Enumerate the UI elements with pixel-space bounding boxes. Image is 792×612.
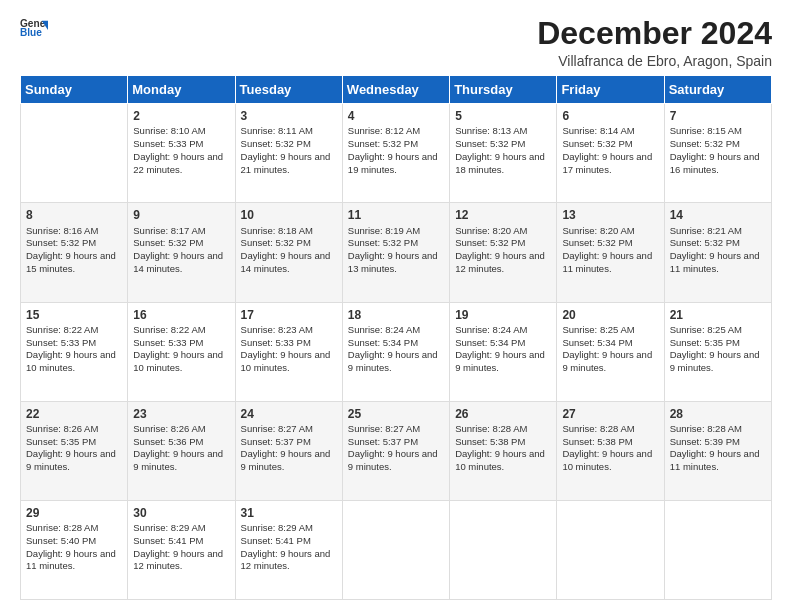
day-number: 23 (133, 406, 229, 422)
sunset-text: Sunset: 5:32 PM (562, 138, 632, 149)
day-number: 28 (670, 406, 766, 422)
sunrise-text: Sunrise: 8:12 AM (348, 125, 420, 136)
daylight-text: Daylight: 9 hours and 9 minutes. (348, 448, 438, 472)
sunrise-text: Sunrise: 8:25 AM (670, 324, 742, 335)
day-number: 9 (133, 207, 229, 223)
daylight-text: Daylight: 9 hours and 13 minutes. (348, 250, 438, 274)
calendar-cell: 11Sunrise: 8:19 AMSunset: 5:32 PMDayligh… (342, 203, 449, 302)
day-number: 10 (241, 207, 337, 223)
calendar-cell: 28Sunrise: 8:28 AMSunset: 5:39 PMDayligh… (664, 401, 771, 500)
calendar-cell: 23Sunrise: 8:26 AMSunset: 5:36 PMDayligh… (128, 401, 235, 500)
sunrise-text: Sunrise: 8:15 AM (670, 125, 742, 136)
calendar-cell: 8Sunrise: 8:16 AMSunset: 5:32 PMDaylight… (21, 203, 128, 302)
sunrise-text: Sunrise: 8:13 AM (455, 125, 527, 136)
sunrise-text: Sunrise: 8:26 AM (133, 423, 205, 434)
calendar-cell: 30Sunrise: 8:29 AMSunset: 5:41 PMDayligh… (128, 500, 235, 599)
sunset-text: Sunset: 5:34 PM (562, 337, 632, 348)
day-number: 4 (348, 108, 444, 124)
sunrise-text: Sunrise: 8:28 AM (562, 423, 634, 434)
calendar-cell: 7Sunrise: 8:15 AMSunset: 5:32 PMDaylight… (664, 104, 771, 203)
weekday-header: Friday (557, 76, 664, 104)
calendar-cell: 20Sunrise: 8:25 AMSunset: 5:34 PMDayligh… (557, 302, 664, 401)
main-title: December 2024 (537, 16, 772, 51)
daylight-text: Daylight: 9 hours and 12 minutes. (133, 548, 223, 572)
daylight-text: Daylight: 9 hours and 10 minutes. (26, 349, 116, 373)
calendar-cell: 27Sunrise: 8:28 AMSunset: 5:38 PMDayligh… (557, 401, 664, 500)
daylight-text: Daylight: 9 hours and 15 minutes. (26, 250, 116, 274)
day-number: 19 (455, 307, 551, 323)
day-number: 2 (133, 108, 229, 124)
day-number: 24 (241, 406, 337, 422)
header: General Blue December 2024 Villafranca d… (20, 16, 772, 69)
sunset-text: Sunset: 5:34 PM (348, 337, 418, 348)
weekday-header: Monday (128, 76, 235, 104)
calendar-row: 8Sunrise: 8:16 AMSunset: 5:32 PMDaylight… (21, 203, 772, 302)
calendar-cell: 14Sunrise: 8:21 AMSunset: 5:32 PMDayligh… (664, 203, 771, 302)
daylight-text: Daylight: 9 hours and 11 minutes. (562, 250, 652, 274)
day-number: 13 (562, 207, 658, 223)
sunset-text: Sunset: 5:32 PM (455, 138, 525, 149)
sunrise-text: Sunrise: 8:24 AM (455, 324, 527, 335)
day-number: 11 (348, 207, 444, 223)
calendar-cell: 12Sunrise: 8:20 AMSunset: 5:32 PMDayligh… (450, 203, 557, 302)
logo: General Blue (20, 16, 48, 44)
calendar-cell: 17Sunrise: 8:23 AMSunset: 5:33 PMDayligh… (235, 302, 342, 401)
sunset-text: Sunset: 5:35 PM (670, 337, 740, 348)
sunrise-text: Sunrise: 8:28 AM (670, 423, 742, 434)
calendar-cell (664, 500, 771, 599)
sunset-text: Sunset: 5:33 PM (241, 337, 311, 348)
sunrise-text: Sunrise: 8:28 AM (26, 522, 98, 533)
calendar-row: 2Sunrise: 8:10 AMSunset: 5:33 PMDaylight… (21, 104, 772, 203)
sunset-text: Sunset: 5:32 PM (26, 237, 96, 248)
calendar-row: 22Sunrise: 8:26 AMSunset: 5:35 PMDayligh… (21, 401, 772, 500)
sunset-text: Sunset: 5:35 PM (26, 436, 96, 447)
daylight-text: Daylight: 9 hours and 21 minutes. (241, 151, 331, 175)
sunset-text: Sunset: 5:39 PM (670, 436, 740, 447)
sunrise-text: Sunrise: 8:26 AM (26, 423, 98, 434)
calendar-cell: 10Sunrise: 8:18 AMSunset: 5:32 PMDayligh… (235, 203, 342, 302)
sunrise-text: Sunrise: 8:11 AM (241, 125, 313, 136)
daylight-text: Daylight: 9 hours and 9 minutes. (670, 349, 760, 373)
calendar-body: 2Sunrise: 8:10 AMSunset: 5:33 PMDaylight… (21, 104, 772, 600)
calendar-cell: 9Sunrise: 8:17 AMSunset: 5:32 PMDaylight… (128, 203, 235, 302)
calendar: SundayMondayTuesdayWednesdayThursdayFrid… (20, 75, 772, 600)
sunrise-text: Sunrise: 8:16 AM (26, 225, 98, 236)
day-number: 14 (670, 207, 766, 223)
sunset-text: Sunset: 5:32 PM (133, 237, 203, 248)
sunset-text: Sunset: 5:37 PM (348, 436, 418, 447)
calendar-cell: 2Sunrise: 8:10 AMSunset: 5:33 PMDaylight… (128, 104, 235, 203)
weekday-header: Wednesday (342, 76, 449, 104)
day-number: 18 (348, 307, 444, 323)
calendar-cell: 25Sunrise: 8:27 AMSunset: 5:37 PMDayligh… (342, 401, 449, 500)
daylight-text: Daylight: 9 hours and 14 minutes. (133, 250, 223, 274)
sunset-text: Sunset: 5:32 PM (241, 138, 311, 149)
daylight-text: Daylight: 9 hours and 9 minutes. (562, 349, 652, 373)
day-number: 25 (348, 406, 444, 422)
day-number: 6 (562, 108, 658, 124)
page: General Blue December 2024 Villafranca d… (0, 0, 792, 612)
day-number: 30 (133, 505, 229, 521)
weekday-header: Saturday (664, 76, 771, 104)
calendar-cell: 22Sunrise: 8:26 AMSunset: 5:35 PMDayligh… (21, 401, 128, 500)
daylight-text: Daylight: 9 hours and 22 minutes. (133, 151, 223, 175)
sunrise-text: Sunrise: 8:19 AM (348, 225, 420, 236)
daylight-text: Daylight: 9 hours and 14 minutes. (241, 250, 331, 274)
sunset-text: Sunset: 5:32 PM (562, 237, 632, 248)
sunrise-text: Sunrise: 8:28 AM (455, 423, 527, 434)
title-block: December 2024 Villafranca de Ebro, Arago… (537, 16, 772, 69)
sunrise-text: Sunrise: 8:27 AM (241, 423, 313, 434)
day-number: 16 (133, 307, 229, 323)
day-number: 3 (241, 108, 337, 124)
daylight-text: Daylight: 9 hours and 12 minutes. (241, 548, 331, 572)
sunset-text: Sunset: 5:32 PM (241, 237, 311, 248)
day-number: 5 (455, 108, 551, 124)
sunrise-text: Sunrise: 8:24 AM (348, 324, 420, 335)
daylight-text: Daylight: 9 hours and 19 minutes. (348, 151, 438, 175)
calendar-cell: 24Sunrise: 8:27 AMSunset: 5:37 PMDayligh… (235, 401, 342, 500)
sunset-text: Sunset: 5:36 PM (133, 436, 203, 447)
calendar-header: SundayMondayTuesdayWednesdayThursdayFrid… (21, 76, 772, 104)
calendar-cell: 19Sunrise: 8:24 AMSunset: 5:34 PMDayligh… (450, 302, 557, 401)
sunrise-text: Sunrise: 8:27 AM (348, 423, 420, 434)
sunset-text: Sunset: 5:38 PM (455, 436, 525, 447)
sunset-text: Sunset: 5:32 PM (670, 138, 740, 149)
